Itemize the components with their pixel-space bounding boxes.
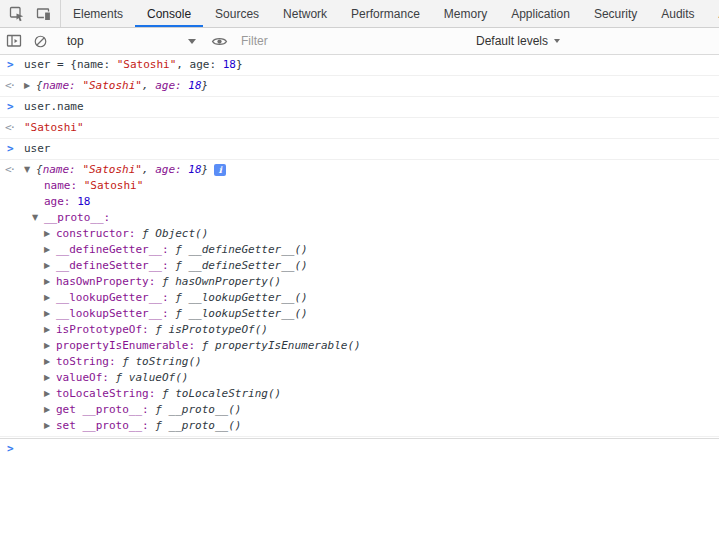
console-row: age: 18 — [0, 194, 719, 210]
triangle-collapsed-icon[interactable]: ▶ — [44, 338, 56, 354]
console-text: user — [24, 141, 51, 157]
console-row: ▶toLocaleString: ƒ toLocaleString() — [0, 386, 719, 402]
token-plain: { — [36, 163, 43, 176]
triangle-collapsed-icon[interactable]: ▶ — [44, 402, 56, 418]
token-plain: } — [236, 58, 243, 71]
triangle-collapsed-icon[interactable]: ▶ — [44, 322, 56, 338]
log-levels-label: Default levels — [476, 34, 548, 48]
token-fn: ƒ toLocaleString() — [162, 387, 281, 400]
triangle-collapsed-icon[interactable]: ▶ — [44, 418, 56, 434]
console-message: <·▶{name: "Satoshi", age: 18} — [0, 76, 719, 97]
console-prompt-row[interactable]: > — [0, 438, 719, 458]
tab-performance[interactable]: Performance — [339, 0, 432, 27]
panel-tabs: ElementsConsoleSourcesNetworkPerformance… — [61, 0, 719, 27]
eval-result-icon: <· — [0, 162, 24, 178]
console-row: >user.name — [0, 99, 719, 115]
devtools-tabbar: ElementsConsoleSourcesNetworkPerformance… — [0, 0, 719, 28]
token-fn: ƒ Object() — [142, 227, 208, 240]
token-prop: toString: — [56, 355, 122, 368]
console-row: ▶set __proto__: ƒ __proto__() — [0, 418, 719, 434]
console-text: user = {name: "Satoshi", age: 18} — [24, 57, 243, 73]
token-fn: ƒ __defineGetter__() — [175, 243, 307, 256]
token-prop: __proto__: — [44, 211, 110, 224]
token-fn: ƒ hasOwnProperty() — [162, 275, 281, 288]
tab-network[interactable]: Network — [271, 0, 339, 27]
tab-console[interactable]: Console — [135, 0, 203, 27]
console-row: ▶constructor: ƒ Object() — [0, 226, 719, 242]
token-prop: name: — [43, 163, 83, 176]
console-text: __proto__: — [44, 210, 110, 226]
console-row: ▶__lookupGetter__: ƒ __lookupGetter__() — [0, 290, 719, 306]
tab-elements[interactable]: Elements — [61, 0, 135, 27]
triangle-collapsed-icon[interactable]: ▶ — [44, 354, 56, 370]
console-text: constructor: ƒ Object() — [56, 226, 208, 242]
console-text: toString: ƒ toString() — [56, 354, 202, 370]
token-prop: __defineSetter__: — [56, 259, 175, 272]
tab-a[interactable]: A — [707, 0, 719, 27]
token-fn: ƒ __proto__() — [155, 403, 241, 416]
triangle-collapsed-icon[interactable]: ▶ — [44, 226, 56, 242]
console-text: get __proto__: ƒ __proto__() — [56, 402, 241, 418]
command-prompt-icon: > — [0, 57, 24, 73]
console-row: ▶propertyIsEnumerable: ƒ propertyIsEnume… — [0, 338, 719, 354]
console-text: name: "Satoshi" — [44, 178, 143, 194]
console-row: ▶valueOf: ƒ valueOf() — [0, 370, 719, 386]
token-prop: age: — [44, 195, 77, 208]
inspect-element-button[interactable] — [3, 0, 30, 27]
toggle-device-toolbar-button[interactable] — [30, 0, 57, 27]
triangle-collapsed-icon[interactable]: ▶ — [44, 274, 56, 290]
token-str: "Satoshi" — [117, 58, 177, 71]
token-plain: user.name — [24, 100, 84, 113]
triangle-collapsed-icon[interactable]: ▶ — [44, 242, 56, 258]
console-row: ▶hasOwnProperty: ƒ hasOwnProperty() — [0, 274, 719, 290]
console-sidebar-icon — [6, 33, 22, 49]
triangle-collapsed-icon[interactable]: ▶ — [44, 370, 56, 386]
live-expression-button[interactable] — [206, 28, 233, 54]
command-prompt-icon: > — [0, 99, 24, 115]
token-str: "Satoshi" — [82, 163, 142, 176]
console-text: toLocaleString: ƒ toLocaleString() — [56, 386, 281, 402]
console-text: propertyIsEnumerable: ƒ propertyIsEnumer… — [56, 338, 361, 354]
tab-application[interactable]: Application — [499, 0, 582, 27]
console-message: >user = {name: "Satoshi", age: 18} — [0, 55, 719, 76]
token-plain: } — [202, 79, 209, 92]
tab-sources[interactable]: Sources — [203, 0, 271, 27]
tab-security[interactable]: Security — [582, 0, 649, 27]
console-row: ▶toString: ƒ toString() — [0, 354, 719, 370]
console-row: <·▼{name: "Satoshi", age: 18}i — [0, 162, 719, 178]
console-text: {name: "Satoshi", age: 18} — [36, 162, 208, 178]
console-filter-input[interactable] — [233, 31, 465, 51]
execution-context-selector[interactable]: top — [55, 28, 205, 54]
triangle-collapsed-icon[interactable]: ▶ — [44, 386, 56, 402]
object-info-icon[interactable]: i — [214, 164, 226, 176]
clear-console-icon — [33, 34, 48, 49]
console-toolbar: top Default levels — [0, 28, 719, 55]
console-text: hasOwnProperty: ƒ hasOwnProperty() — [56, 274, 281, 290]
token-fn: ƒ __defineSetter__() — [175, 259, 307, 272]
console-text: __defineSetter__: ƒ __defineSetter__() — [56, 258, 308, 274]
token-plain: user = {name: — [24, 58, 117, 71]
token-prop: __lookupSetter__: — [56, 307, 175, 320]
triangle-collapsed-icon[interactable]: ▶ — [44, 306, 56, 322]
console-message: <·▼{name: "Satoshi", age: 18}iname: "Sat… — [0, 160, 719, 437]
command-prompt-icon: > — [0, 141, 24, 157]
log-levels-selector[interactable]: Default levels — [466, 28, 570, 54]
console-sidebar-button[interactable] — [0, 28, 27, 54]
triangle-collapsed-icon[interactable]: ▶ — [44, 290, 56, 306]
tab-memory[interactable]: Memory — [432, 0, 499, 27]
console-message: >user.name — [0, 97, 719, 118]
eval-result-icon: <· — [0, 78, 24, 94]
console-message: <·"Satoshi" — [0, 118, 719, 139]
triangle-expanded-icon[interactable]: ▼ — [32, 210, 44, 226]
triangle-expanded-icon[interactable]: ▼ — [24, 162, 36, 178]
token-fn: ƒ valueOf() — [116, 371, 189, 384]
device-toolbar-icon — [36, 6, 52, 22]
token-fn: ƒ propertyIsEnumerable() — [202, 339, 361, 352]
clear-console-button[interactable] — [27, 28, 54, 54]
tab-audits[interactable]: Audits — [649, 0, 706, 27]
triangle-collapsed-icon[interactable]: ▶ — [24, 78, 36, 94]
triangle-collapsed-icon[interactable]: ▶ — [44, 258, 56, 274]
console-row: ▶get __proto__: ƒ __proto__() — [0, 402, 719, 418]
token-prop: isPrototypeOf: — [56, 323, 155, 336]
console-text: __lookupSetter__: ƒ __lookupSetter__() — [56, 306, 308, 322]
